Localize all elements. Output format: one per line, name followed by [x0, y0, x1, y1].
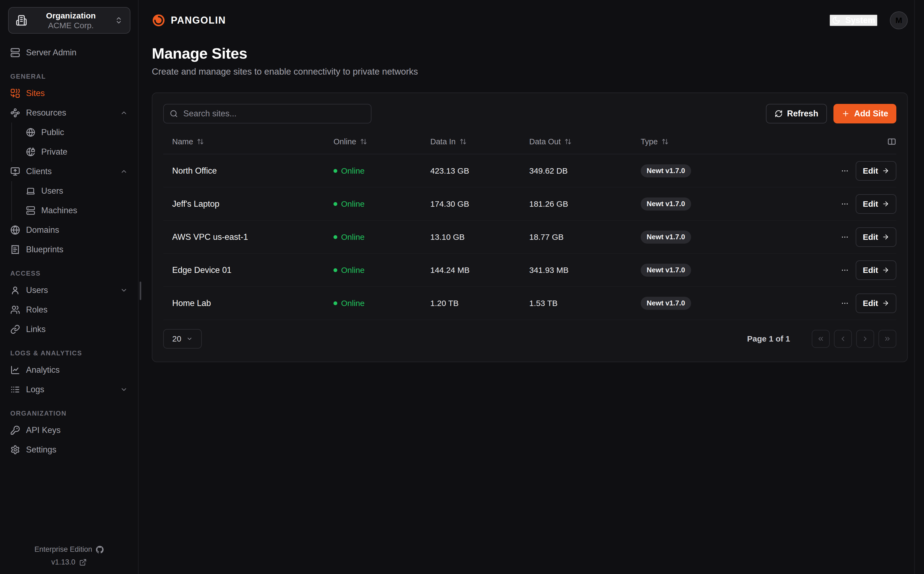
row-menu-icon[interactable] [839, 231, 851, 243]
clients-subtree: Users Machines [11, 181, 130, 220]
column-header-name[interactable]: Name [172, 137, 333, 146]
pangolin-logo-icon [152, 14, 165, 27]
sidebar-item-links[interactable]: Links [8, 320, 130, 339]
data-out-value: 341.93 MB [529, 266, 641, 275]
sidebar-item-analytics[interactable]: Analytics [8, 360, 130, 380]
sidebar-item-access-users[interactable]: Users [8, 281, 130, 300]
row-menu-icon[interactable] [839, 264, 851, 276]
row-actions: Edit [839, 260, 896, 280]
site-name: Edge Device 01 [172, 265, 333, 275]
combine-icon [10, 88, 20, 98]
edition-row[interactable]: Enterprise Edition [35, 545, 104, 554]
type-badge: Newt v1.7.0 [641, 197, 691, 210]
page-subtitle: Create and manage sites to enable connec… [152, 66, 908, 77]
app-root: Organization ACME Corp. Server Admin GEN… [0, 0, 924, 574]
org-switcher-value: ACME Corp. [33, 21, 109, 30]
sort-icon [197, 138, 204, 145]
sidebar-item-private[interactable]: Private [24, 142, 130, 162]
sidebar-item-clients-users[interactable]: Users [24, 181, 130, 201]
org-switcher[interactable]: Organization ACME Corp. [8, 7, 130, 34]
row-menu-icon[interactable] [839, 165, 851, 177]
type-badge: Newt v1.7.0 [641, 297, 691, 310]
site-name: AWS VPC us-east-1 [172, 232, 333, 242]
chevron-up-icon [120, 109, 128, 117]
sidebar-item-settings[interactable]: Settings [8, 440, 130, 459]
sidebar-item-logs[interactable]: Logs [8, 380, 130, 399]
server-icon [26, 206, 35, 215]
sidebar-item-label: Logs [26, 385, 44, 394]
section-label-general: GENERAL [10, 73, 128, 80]
first-page-button[interactable] [812, 330, 830, 348]
link-icon [10, 325, 20, 334]
org-texts: Organization ACME Corp. [33, 11, 109, 30]
sidebar-item-clients[interactable]: Clients [8, 162, 130, 181]
last-page-button[interactable] [878, 330, 896, 348]
edit-button[interactable]: Edit [856, 194, 896, 214]
globe-icon [26, 128, 35, 137]
sidebar-item-label: Links [26, 325, 46, 334]
theme-toggle[interactable]: System [830, 15, 877, 26]
version-row[interactable]: v1.13.0 [51, 558, 87, 566]
chart-line-icon [10, 365, 20, 375]
edit-button[interactable]: Edit [856, 293, 896, 313]
sidebar-scrollbar-thumb[interactable] [140, 282, 141, 300]
sort-icon [662, 138, 669, 145]
sort-icon [360, 138, 367, 145]
search-icon [170, 110, 178, 118]
column-header-data-in[interactable]: Data In [430, 137, 529, 146]
edit-button[interactable]: Edit [856, 227, 896, 247]
sidebar-item-resources[interactable]: Resources [8, 103, 130, 123]
search-input[interactable] [163, 104, 371, 123]
sidebar-item-label: Roles [26, 305, 47, 315]
data-in-value: 1.20 TB [430, 299, 529, 308]
online-dot-icon [333, 268, 337, 272]
chevrons-up-down-icon [115, 16, 123, 24]
sidebar-item-public[interactable]: Public [24, 123, 130, 142]
receipt-icon [10, 245, 20, 254]
edit-button[interactable]: Edit [856, 161, 896, 181]
sidebar-item-roles[interactable]: Roles [8, 300, 130, 320]
row-menu-icon[interactable] [839, 198, 851, 210]
column-header-online[interactable]: Online [333, 137, 430, 146]
external-link-icon [79, 558, 87, 566]
column-label: Data In [430, 137, 456, 146]
sidebar-item-sites[interactable]: Sites [8, 84, 130, 103]
edit-button[interactable]: Edit [856, 260, 896, 280]
version-label: v1.13.0 [51, 558, 75, 566]
arrow-right-icon [882, 266, 889, 274]
column-header-type[interactable]: Type [641, 137, 887, 146]
avatar[interactable]: M [890, 11, 908, 29]
sidebar-item-blueprints[interactable]: Blueprints [8, 240, 130, 259]
sidebar-item-domains[interactable]: Domains [8, 220, 130, 240]
sidebar-item-server-admin[interactable]: Server Admin [8, 43, 130, 62]
column-label: Online [333, 137, 356, 146]
pagination: 20 Page 1 of 1 [163, 329, 896, 348]
sites-card: Refresh Add Site Name Online [152, 93, 908, 362]
columns-toggle-icon[interactable] [887, 137, 896, 146]
row-menu-icon[interactable] [839, 297, 851, 309]
prev-page-button[interactable] [834, 330, 852, 348]
page-size-select[interactable]: 20 [163, 329, 202, 348]
sidebar-item-label: Blueprints [26, 245, 63, 254]
column-label: Data Out [529, 137, 561, 146]
type-badge: Newt v1.7.0 [641, 164, 691, 177]
next-page-button[interactable] [856, 330, 874, 348]
building-icon [16, 15, 27, 26]
sidebar: Organization ACME Corp. Server Admin GEN… [0, 0, 138, 574]
sidebar-item-api-keys[interactable]: API Keys [8, 421, 130, 440]
sidebar-item-label: Sites [26, 88, 45, 98]
sidebar-item-machines[interactable]: Machines [24, 201, 130, 220]
chevron-down-icon [186, 336, 193, 342]
sidebar-item-label: Analytics [26, 365, 60, 375]
table-row: Home Lab Online 1.20 TB 1.53 TB Newt v1.… [163, 287, 896, 320]
section-label-organization: ORGANIZATION [10, 410, 128, 417]
site-name: Jeff's Laptop [172, 199, 333, 209]
add-site-label: Add Site [854, 109, 888, 118]
status-badge: Online [333, 232, 430, 242]
brand: PANGOLIN [152, 14, 226, 27]
column-header-data-out[interactable]: Data Out [529, 137, 641, 146]
table-row: North Office Online 423.13 GB 349.62 DB … [163, 155, 896, 188]
refresh-button[interactable]: Refresh [766, 104, 827, 123]
add-site-button[interactable]: Add Site [833, 104, 896, 123]
globe-lock-icon [26, 147, 35, 156]
